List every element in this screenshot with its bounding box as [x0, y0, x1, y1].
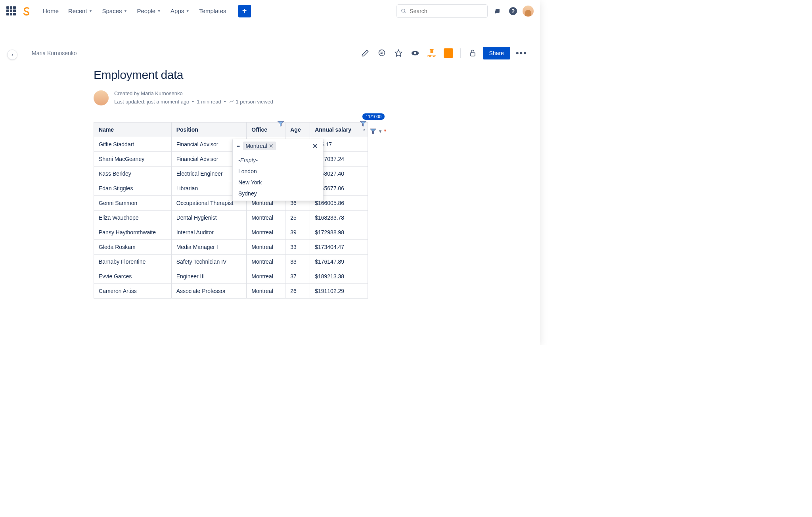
table-row: Kass BerkleyElectrical Engineer$158027.4… [94, 166, 368, 181]
filter-option-empty[interactable]: -Empty- [233, 155, 323, 166]
svg-marker-7 [395, 50, 402, 57]
cell-name: Gleda Roskam [94, 239, 172, 254]
search-input[interactable] [410, 8, 483, 14]
logo[interactable] [21, 6, 33, 17]
cell-name: Barnaby Florentine [94, 254, 172, 269]
svg-point-9 [414, 52, 416, 54]
svg-point-0 [402, 9, 405, 12]
nav-spaces[interactable]: Spaces▼ [98, 5, 131, 17]
share-button[interactable]: Share [483, 47, 510, 59]
create-button[interactable]: + [238, 5, 251, 17]
col-header-salary[interactable]: Annual salary ▲ [310, 122, 368, 137]
header-label: Age [290, 126, 301, 133]
chevron-down-icon[interactable]: ▼ [378, 129, 383, 134]
star-icon[interactable] [392, 47, 405, 59]
filter-option-london[interactable]: London [233, 166, 323, 177]
help-icon[interactable]: ? [507, 5, 519, 17]
edit-icon[interactable] [359, 47, 372, 59]
svg-marker-13 [360, 121, 366, 126]
cell-name: Giffie Staddart [94, 137, 172, 151]
nav-label: Recent [68, 8, 87, 14]
funnel-icon[interactable] [277, 120, 284, 127]
cell-age: 33 [285, 239, 310, 254]
topbar: Home Recent▼ Spaces▼ People▼ Apps▼ Templ… [0, 0, 540, 22]
funnel-icon[interactable] [360, 120, 367, 127]
watch-icon[interactable] [409, 47, 421, 59]
cell-office: Montreal [247, 269, 285, 283]
cell-office: Montreal [247, 225, 285, 239]
author-avatar[interactable] [94, 90, 109, 105]
app-switcher-icon[interactable] [6, 6, 16, 16]
last-updated: Last updated: just a moment ago [114, 99, 189, 105]
data-table-wrap: 11/1000 ▼ * Name Position Office Age [94, 122, 368, 299]
chevron-down-icon: ▼ [186, 9, 190, 13]
nav-templates[interactable]: Templates [195, 5, 230, 17]
breadcrumb[interactable]: Maria Kurnosenko [32, 50, 77, 56]
employment-table: Name Position Office Age Annual salary ▲ [94, 122, 368, 299]
svg-marker-12 [278, 121, 284, 126]
nav-label: People [137, 8, 155, 14]
table-row: Giffie StaddartFinancial Advisor855.17 [94, 137, 368, 151]
cell-position: Associate Professor [171, 283, 247, 298]
cell-position: Safety Technician IV [171, 254, 247, 269]
filter-input[interactable] [278, 142, 308, 150]
col-header-office[interactable]: Office [247, 122, 285, 137]
col-header-age[interactable]: Age [285, 122, 310, 137]
table-row: Genni SammonOccupational TherapistMontre… [94, 195, 368, 210]
header-label: Position [176, 126, 198, 133]
nav-home[interactable]: Home [39, 5, 63, 17]
more-actions-icon[interactable]: ••• [514, 48, 529, 58]
nav-apps[interactable]: Apps▼ [167, 5, 193, 17]
modified-indicator: * [384, 128, 386, 134]
table-header-row: Name Position Office Age Annual salary ▲ [94, 122, 368, 137]
nav-recent[interactable]: Recent▼ [64, 5, 96, 17]
nav-people[interactable]: People▼ [133, 5, 165, 17]
table-row: Cameron ArtissAssociate ProfessorMontrea… [94, 283, 368, 298]
nav: Home Recent▼ Spaces▼ People▼ Apps▼ Templ… [39, 5, 230, 17]
divider [460, 48, 461, 58]
filter-option-sydney[interactable]: Sydney [233, 188, 323, 199]
comment-icon[interactable] [375, 47, 388, 59]
cell-salary: $172988.98 [310, 225, 368, 239]
views-count[interactable]: 1 person viewed [236, 99, 273, 105]
meta-text: Created by Maria Kurnosenko Last updated… [114, 90, 273, 106]
filter-tool-icon[interactable] [370, 128, 377, 135]
new-badge-icon[interactable]: NEW [425, 47, 438, 59]
nav-label: Home [43, 8, 59, 14]
cell-age: 39 [285, 225, 310, 239]
svg-line-1 [404, 11, 406, 13]
expand-sidebar-button[interactable]: › [7, 50, 17, 60]
sort-icon[interactable]: ▲ [362, 128, 366, 131]
notifications-icon[interactable] [491, 5, 504, 17]
cell-position: Dental Hygienist [171, 210, 247, 225]
cell-name: Edan Stiggles [94, 181, 172, 195]
cell-position: Internal Auditor [171, 225, 247, 239]
app-icon[interactable] [442, 47, 455, 59]
user-avatar[interactable] [523, 6, 534, 17]
col-header-name[interactable]: Name [94, 122, 172, 137]
close-filter-icon[interactable]: ✕ [309, 141, 321, 151]
svg-point-4 [379, 50, 385, 56]
cell-position: Media Manager I [171, 239, 247, 254]
svg-text:?: ? [511, 8, 515, 14]
cell-age: 33 [285, 254, 310, 269]
svg-marker-11 [370, 129, 376, 134]
table-row: Pansy HaythornthwaiteInternal AuditorMon… [94, 225, 368, 239]
filter-chip: Montreal ✕ [243, 142, 276, 150]
search-box[interactable] [396, 4, 488, 18]
cell-age: 37 [285, 269, 310, 283]
restrictions-icon[interactable] [466, 47, 479, 59]
col-header-position[interactable]: Position [171, 122, 247, 137]
filter-option-newyork[interactable]: New York [233, 177, 323, 188]
cell-office: Montreal [247, 210, 285, 225]
sidebar-rail [4, 22, 18, 345]
cell-salary: $189213.38 [310, 269, 368, 283]
cell-position: Engineer III [171, 269, 247, 283]
chip-label: Montreal [245, 143, 267, 149]
remove-chip-icon[interactable]: ✕ [269, 143, 274, 149]
cell-name: Evvie Garces [94, 269, 172, 283]
equals-icon: = [235, 143, 241, 149]
cell-name: Eliza Wauchope [94, 210, 172, 225]
cell-office: Montreal [247, 254, 285, 269]
author-link[interactable]: Maria Kurnosenko [141, 90, 183, 96]
